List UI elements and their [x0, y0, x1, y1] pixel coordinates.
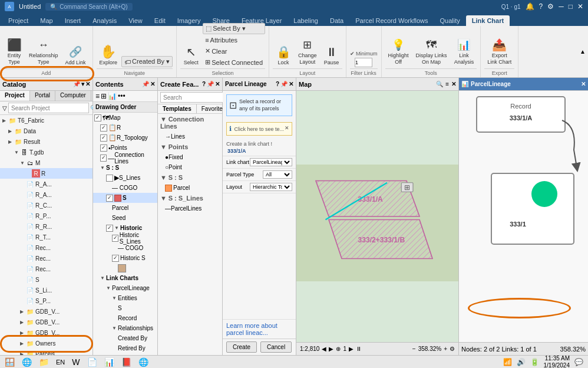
- tree-item-owners[interactable]: ▶ 📁 Owners: [0, 338, 93, 349]
- create-parcellines-item[interactable]: — ParcelLines: [158, 203, 222, 213]
- layer-s-selected[interactable]: S: [93, 193, 157, 203]
- parcel-select-record-box[interactable]: ⊡ Select a record or any of its parcels: [226, 94, 292, 116]
- link-chart-dropdown[interactable]: ParcelLineage: [250, 158, 292, 166]
- layer-historic-slines[interactable]: Historic S_Lines: [93, 233, 157, 243]
- tree-item-data[interactable]: ▶ 📁 Data: [0, 126, 93, 136]
- layer-checkbox[interactable]: [106, 195, 113, 202]
- select-button[interactable]: ↖ Select: [180, 43, 201, 67]
- catalog-pin-btn[interactable]: 📌: [73, 81, 80, 87]
- tree-item-rp[interactable]: 📄 R_P...: [0, 211, 93, 221]
- map-content[interactable]: 333/1/A ⊞ 333/2+333/1/B 1:2,810 ◀ ▶ ⊕ 1: [296, 91, 458, 355]
- layer-r-topology[interactable]: 📋 R_Topology: [93, 133, 157, 143]
- command-search[interactable]: 🔍 Command Search (Alt+Q): [45, 3, 132, 11]
- tree-item-rec2[interactable]: 📄 Rec...: [0, 253, 93, 264]
- layer-retired-by[interactable]: Retired By: [93, 343, 157, 353]
- attributes-button[interactable]: ≡ Attributes: [203, 35, 265, 45]
- table-view-icon[interactable]: 📊: [108, 92, 117, 100]
- catalog-close-btn[interactable]: ✕: [85, 81, 90, 87]
- tree-item-rec1[interactable]: 📄 Rec...: [0, 242, 93, 253]
- layer-checkbox[interactable]: [106, 225, 113, 232]
- catalog-menu-btn[interactable]: ▾: [81, 81, 84, 87]
- layer-entities[interactable]: ▼ Entities: [93, 293, 157, 303]
- layer-checkbox[interactable]: [100, 124, 107, 132]
- layer-relationships[interactable]: ▼ Relationships: [93, 323, 157, 333]
- settings-icon[interactable]: ⚙: [547, 2, 554, 11]
- layer-entity-s[interactable]: S: [93, 303, 157, 313]
- lock-button[interactable]: 🔒 Lock: [273, 43, 294, 67]
- more-icon[interactable]: •••: [118, 92, 125, 100]
- minimum-input[interactable]: [355, 58, 372, 67]
- layout-dropdown[interactable]: Hierarchic Top to ...: [250, 183, 292, 191]
- close-btn[interactable]: ✕: [577, 2, 583, 11]
- add-link-button[interactable]: 🔗 Add Link: [62, 43, 89, 67]
- display-links-button[interactable]: 🗺 Display LinksOn Map: [413, 36, 450, 67]
- link-chart-content[interactable]: Record 333/1/A 333/1: [459, 91, 588, 342]
- info-close-btn[interactable]: ✕: [285, 125, 289, 131]
- contents-close-btn[interactable]: ✕: [150, 81, 155, 87]
- tree-item-ra2[interactable]: 📄 R_A...: [0, 189, 93, 200]
- minimize-btn[interactable]: ─: [559, 2, 564, 11]
- create-point-item[interactable]: ○ Point: [158, 162, 222, 172]
- map-nav-next[interactable]: ▶: [329, 346, 333, 352]
- map-zoom-in[interactable]: +: [444, 346, 447, 352]
- link-analysis-button[interactable]: 📊 LinkAnalysis: [451, 36, 477, 67]
- select-by-button[interactable]: ⬚ Select By ▾: [203, 23, 265, 34]
- layer-entity-record[interactable]: Record: [93, 313, 157, 323]
- map-pause-btn[interactable]: ⏸: [356, 346, 362, 352]
- tab-view[interactable]: View: [123, 15, 148, 26]
- tree-item-sli[interactable]: 📄 S_Li...: [0, 285, 93, 295]
- tree-item-gdbv2[interactable]: ▶ 📁 GDB_V...: [0, 317, 93, 327]
- created-by-button[interactable]: 🏷 Created By ▾: [121, 56, 173, 67]
- layer-link-charts-group[interactable]: ▼ Link Charts: [93, 273, 157, 283]
- tree-item-parcels[interactable]: ▶ 📁 Parcels...: [0, 349, 93, 355]
- layer-checkbox[interactable]: [112, 235, 118, 242]
- layer-checkbox[interactable]: [100, 134, 107, 142]
- create-lines-item[interactable]: → Lines: [158, 132, 222, 142]
- link-chart-close-btn[interactable]: ✕: [581, 81, 586, 87]
- learn-more-link[interactable]: Learn more about parcel lineac...: [223, 319, 296, 339]
- create-features-pin-btn[interactable]: 📌: [207, 81, 214, 87]
- notification-icon[interactable]: 🔔: [526, 2, 534, 11]
- layer-r[interactable]: 📋 R: [93, 123, 157, 133]
- export-link-chart-button[interactable]: 📤 ExportLink Chart: [484, 36, 514, 67]
- select-connected-button[interactable]: ⊞ Select Connected: [203, 57, 265, 67]
- tab-data[interactable]: Data: [324, 15, 349, 26]
- map-menu-icon[interactable]: ≡: [445, 81, 449, 87]
- tab-link-chart[interactable]: Link Chart: [466, 15, 510, 26]
- layer-checkbox[interactable]: [94, 114, 101, 121]
- layer-map[interactable]: 🗺 Map: [93, 113, 157, 123]
- tab-analysis[interactable]: Analysis: [87, 15, 123, 26]
- tree-item-rt[interactable]: 📄 R_T...: [0, 232, 93, 242]
- map-nav-prev[interactable]: ◀: [322, 346, 326, 352]
- layer-created-by[interactable]: Created By: [93, 333, 157, 343]
- tree-item-result[interactable]: ▶ 📁 Result: [0, 136, 93, 147]
- create-features-close-btn[interactable]: ✕: [215, 81, 220, 87]
- tree-item-t6fabric[interactable]: ▶ 📁 T6_Fabric: [0, 115, 93, 126]
- help-icon[interactable]: ?: [539, 2, 543, 11]
- map-close-btn[interactable]: ✕: [451, 81, 456, 87]
- relationship-type-button[interactable]: ↔ RelationshipType: [26, 36, 61, 67]
- change-layout-button[interactable]: ⊞ ChangeLayout: [295, 36, 320, 67]
- map-play-btn[interactable]: ▶: [349, 346, 354, 352]
- tree-item-s[interactable]: 📄 S: [0, 274, 93, 285]
- cancel-button[interactable]: Cancel: [260, 341, 292, 353]
- catalog-tab-portal[interactable]: Portal: [30, 91, 55, 101]
- tab-labeling[interactable]: Labeling: [288, 15, 324, 26]
- tab-parcel-record[interactable]: Parcel Record Workflows: [349, 15, 434, 26]
- parcel-lineage-question-btn[interactable]: ?: [276, 81, 279, 87]
- tree-item-tgdb[interactable]: ▼ 🗄 T.gdb: [0, 147, 93, 157]
- map-search-icon[interactable]: 🔍: [436, 81, 443, 87]
- catalog-tab-project[interactable]: Project: [0, 91, 30, 101]
- parcel-lineage-close-btn[interactable]: ✕: [289, 81, 293, 87]
- tree-item-gdbv3[interactable]: ▶ 📁 GDB_V...: [0, 327, 93, 338]
- layer-ss-group[interactable]: ▼ S : S: [93, 163, 157, 173]
- create-button[interactable]: Create: [226, 341, 257, 353]
- tree-item-sp[interactable]: 📄 S_P...: [0, 295, 93, 306]
- layer-cogo2[interactable]: — COGO: [93, 243, 157, 253]
- entity-type-button[interactable]: ⬛ EntityType: [4, 36, 25, 67]
- layer-checkbox[interactable]: [106, 175, 113, 182]
- layer-parcel-lineage[interactable]: ▼ ParcelLineage: [93, 283, 157, 293]
- layer-connection-lines[interactable]: — Connection Lines: [93, 153, 157, 163]
- tree-item-rr[interactable]: 📄 R_R...: [0, 221, 93, 232]
- catalog-search-input[interactable]: [8, 103, 89, 113]
